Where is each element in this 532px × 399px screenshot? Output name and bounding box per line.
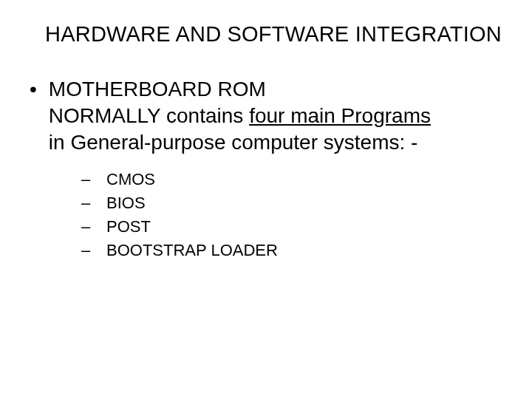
- dash-marker: –: [81, 215, 106, 239]
- list-item-label: POST: [106, 215, 151, 239]
- list-item-label: CMOS: [106, 168, 155, 191]
- list-item-label: BIOS: [106, 191, 146, 215]
- list-item: – BIOS: [81, 191, 510, 215]
- bullet-item: • MOTHERBOARD ROM NORMALLY contains four…: [30, 76, 510, 156]
- list-item: – BOOTSTRAP LOADER: [81, 239, 510, 262]
- list-item-label: BOOTSTRAP LOADER: [106, 239, 278, 262]
- dash-marker: –: [81, 191, 106, 215]
- slide-title: HARDWARE AND SOFTWARE INTEGRATION: [37, 22, 510, 47]
- dash-marker: –: [81, 239, 106, 262]
- bullet-line-2-pre: NORMALLY contains: [49, 104, 249, 127]
- bullet-line-3: in General-purpose computer systems: -: [49, 129, 431, 156]
- dash-marker: –: [81, 168, 106, 191]
- list-item: – CMOS: [81, 168, 510, 191]
- bullet-line-2-underlined: four main Programs: [249, 104, 431, 127]
- bullet-marker: •: [30, 76, 37, 156]
- list-item: – POST: [81, 215, 510, 239]
- bullet-line-1: MOTHERBOARD ROM: [49, 76, 431, 103]
- bullet-line-2: NORMALLY contains four main Programs: [49, 103, 431, 129]
- bullet-body: MOTHERBOARD ROM NORMALLY contains four m…: [49, 76, 431, 156]
- sub-list: – CMOS – BIOS – POST – BOOTSTRAP LOADER: [81, 168, 510, 262]
